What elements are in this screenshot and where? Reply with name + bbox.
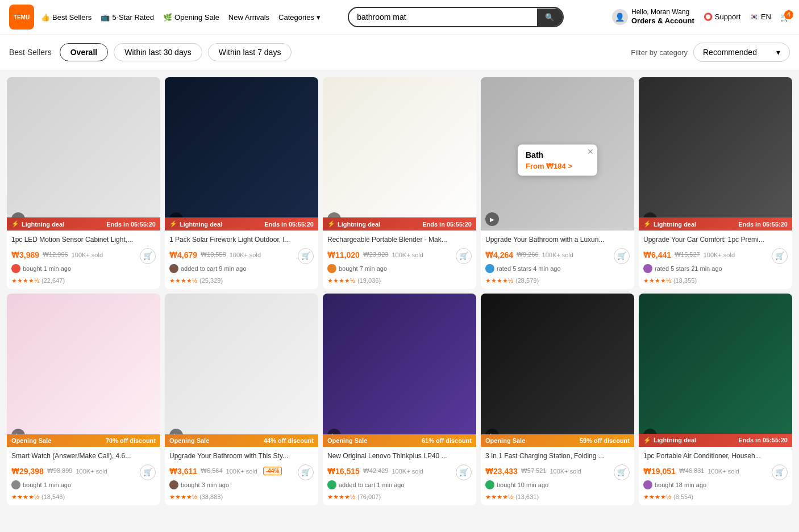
deal-timer: Ends in 05:55:20 bbox=[264, 221, 314, 228]
sort-dropdown[interactable]: Recommended ▾ bbox=[693, 43, 790, 62]
product-card[interactable]: ▶ Opening Sale 59% off discount 3 In 1 F… bbox=[481, 294, 634, 505]
language-button[interactable]: 🇰🇷 EN bbox=[750, 12, 771, 21]
deal-badge: Opening Sale 61% off discount bbox=[323, 434, 476, 447]
filter-bar-label: Best Sellers bbox=[9, 48, 52, 57]
activity-text: bought 10 min ago bbox=[497, 481, 548, 488]
product-info: 1pc Portable Air Conditioner, Househ... … bbox=[639, 447, 792, 505]
add-to-cart-button[interactable]: 🛒 bbox=[456, 248, 472, 264]
product-title: Upgrade Your Bathroom with This Sty... bbox=[169, 451, 314, 461]
filter-30days[interactable]: Within last 30 days bbox=[114, 43, 202, 61]
nav-categories[interactable]: Categories ▾ bbox=[278, 13, 321, 22]
nav-best-sellers[interactable]: 👍 Best Sellers bbox=[41, 13, 91, 22]
filter-7days[interactable]: Within last 7 days bbox=[208, 43, 292, 61]
rating-row: ★★★★½ (38,883) bbox=[169, 492, 314, 501]
price: ₩3,611 bbox=[169, 467, 197, 476]
deal-badge: Opening Sale 59% off discount bbox=[481, 434, 634, 447]
deal-timer: Ends in 05:55:20 bbox=[738, 437, 788, 443]
product-image: ▶ Opening Sale 61% off discount bbox=[323, 294, 476, 447]
add-to-cart-button[interactable]: 🛒 bbox=[614, 248, 630, 264]
support-button[interactable]: ⭕ Support bbox=[704, 12, 741, 21]
nav-new-arrivals-label: New Arrivals bbox=[228, 13, 269, 22]
product-card[interactable]: ▶ Opening Sale 70% off discount Smart Wa… bbox=[7, 294, 160, 505]
deal-badge: ⚡ Lightning deal Ends in 05:55:20 bbox=[165, 217, 318, 231]
product-card[interactable]: ▶ ✕ Bath From ₩184 > Upgrade Your Bathro… bbox=[481, 77, 634, 289]
activity-row: bought 18 min ago bbox=[643, 480, 788, 489]
close-icon[interactable]: ✕ bbox=[587, 147, 594, 156]
product-card[interactable]: ▶ ⚡ Lightning deal Ends in 05:55:20 1 Pa… bbox=[165, 77, 318, 289]
stars: ★★★★½ bbox=[11, 277, 39, 284]
product-card[interactable]: ▶ Opening Sale 61% off discount New Orig… bbox=[323, 294, 476, 505]
price-cart-row: ₩23,433 ₩57,521 100K+ sold 🛒 bbox=[485, 464, 630, 480]
stars: ★★★★½ bbox=[485, 493, 513, 500]
stars: ★★★★½ bbox=[327, 277, 355, 284]
star-icon: 📺 bbox=[101, 13, 110, 22]
search-input[interactable] bbox=[349, 8, 537, 26]
deal-badge: ⚡ Lightning deal Ends in 05:55:20 bbox=[639, 434, 792, 447]
original-price: ₩10,558 bbox=[201, 251, 226, 258]
add-to-cart-button[interactable]: 🛒 bbox=[456, 464, 472, 480]
user-account-link[interactable]: Orders & Account bbox=[631, 16, 694, 25]
play-button[interactable]: ▶ bbox=[485, 212, 499, 226]
add-to-cart-button[interactable]: 🛒 bbox=[772, 248, 788, 264]
nav-new-arrivals[interactable]: New Arrivals bbox=[228, 13, 269, 22]
original-price: ₩46,831 bbox=[679, 467, 705, 475]
logo[interactable]: TEMU bbox=[9, 5, 34, 30]
product-title: Upgrade Your Bathroom with a Luxuri... bbox=[485, 235, 630, 245]
sale-badge-label: Opening Sale bbox=[485, 437, 525, 444]
deal-label: Lightning deal bbox=[180, 221, 222, 228]
activity-text: bought 1 min ago bbox=[23, 265, 71, 272]
activity-avatar bbox=[169, 480, 178, 489]
add-to-cart-button[interactable]: 🛒 bbox=[140, 248, 156, 264]
price-row: ₩29,398 ₩98,899 100K+ sold bbox=[11, 467, 107, 476]
product-info: Upgrade Your Bathroom with This Sty... ₩… bbox=[165, 447, 318, 505]
product-image: ▶ Opening Sale 59% off discount bbox=[481, 294, 634, 447]
activity-avatar bbox=[169, 264, 178, 273]
activity-row: rated 5 stars 21 min ago bbox=[643, 264, 788, 273]
avatar: 👤 bbox=[612, 9, 628, 25]
stars: ★★★★½ bbox=[643, 277, 671, 284]
activity-text: bought 3 min ago bbox=[181, 481, 229, 488]
review-count: (18,546) bbox=[41, 493, 65, 500]
product-card[interactable]: ▶ ⚡ Lightning deal Ends in 05:55:20 Rech… bbox=[323, 77, 476, 289]
cart-button[interactable]: 🛒 4 bbox=[780, 12, 790, 22]
add-to-cart-button[interactable]: 🛒 bbox=[298, 248, 314, 264]
filter-overall[interactable]: Overall bbox=[60, 43, 108, 61]
activity-row: added to cart 9 min ago bbox=[169, 264, 314, 273]
flag-icon: 🇰🇷 bbox=[750, 12, 759, 21]
user-greeting: Hello, Moran Wang bbox=[631, 8, 694, 17]
activity-avatar bbox=[11, 480, 20, 489]
stars: ★★★★½ bbox=[327, 493, 355, 500]
price-cart-row: ₩4,264 ₩9,266 100K+ sold 🛒 bbox=[485, 248, 630, 264]
price: ₩3,989 bbox=[11, 250, 39, 259]
nav-opening-sale[interactable]: 🌿 Opening Sale bbox=[163, 13, 219, 22]
tooltip-price[interactable]: From ₩184 > bbox=[526, 162, 589, 170]
search-button[interactable]: 🔍 bbox=[537, 9, 563, 26]
add-to-cart-button[interactable]: 🛒 bbox=[772, 464, 788, 480]
discount-label: 59% off discount bbox=[580, 437, 630, 444]
filter-category-label: Filter by category bbox=[631, 48, 688, 57]
add-to-cart-button[interactable]: 🛒 bbox=[298, 464, 314, 480]
deal-badge: ⚡ Lightning deal Ends in 05:55:20 bbox=[323, 217, 476, 231]
product-info: 1 Pack Solar Firework Light Outdoor, l..… bbox=[165, 231, 318, 289]
product-card[interactable]: ▶ Opening Sale 44% off discount Upgrade … bbox=[165, 294, 318, 505]
product-card[interactable]: ▶ ⚡ Lightning deal Ends in 05:55:20 1pc … bbox=[639, 294, 792, 505]
original-price: ₩15,527 bbox=[675, 251, 700, 258]
add-to-cart-button[interactable]: 🛒 bbox=[614, 464, 630, 480]
nav-5star[interactable]: 📺 5-Star Rated bbox=[101, 13, 154, 22]
logo-text: TEMU bbox=[14, 14, 30, 20]
user-section[interactable]: 👤 Hello, Moran Wang Orders & Account bbox=[612, 8, 694, 26]
price-cart-row: ₩4,679 ₩10,558 100K+ sold 🛒 bbox=[169, 248, 314, 264]
rating-row: ★★★★½ (8,554) bbox=[643, 492, 788, 501]
product-card[interactable]: ▶ ⚡ Lightning deal Ends in 05:55:20 Upgr… bbox=[639, 77, 792, 289]
nav-opening-sale-label: Opening Sale bbox=[174, 13, 219, 22]
product-image: ▶ ⚡ Lightning deal Ends in 05:55:20 bbox=[7, 77, 160, 231]
nav-5star-label: 5-Star Rated bbox=[112, 13, 154, 22]
add-to-cart-button[interactable]: 🛒 bbox=[140, 464, 156, 480]
review-count: (25,329) bbox=[199, 277, 223, 284]
price-cart-row: ₩29,398 ₩98,899 100K+ sold 🛒 bbox=[11, 464, 156, 480]
sale-badge-label: Opening Sale bbox=[327, 437, 367, 444]
review-count: (22,647) bbox=[41, 277, 65, 284]
sold-count: 100K+ sold bbox=[76, 468, 107, 475]
product-image: ▶ ✕ Bath From ₩184 > bbox=[481, 77, 634, 231]
product-card[interactable]: ▶ ⚡ Lightning deal Ends in 05:55:20 1pc … bbox=[7, 77, 160, 289]
